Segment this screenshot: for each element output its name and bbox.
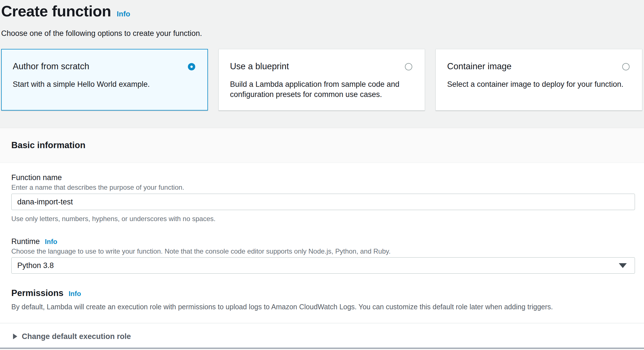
runtime-select[interactable]: Python 3.8	[11, 257, 635, 274]
change-default-execution-role-expander[interactable]: Change default execution role	[0, 323, 644, 348]
card-container-image-header: Container image	[447, 61, 630, 72]
card-container-image-title: Container image	[447, 61, 622, 72]
permissions-description: By default, Lambda will create an execut…	[11, 303, 635, 311]
runtime-label: Runtime	[11, 237, 40, 246]
card-author-from-scratch[interactable]: Author from scratch Start with a simple …	[1, 49, 208, 111]
basic-information-panel: Basic information Function name Enter a …	[0, 128, 644, 349]
expand-right-icon	[13, 334, 17, 339]
caret-down-icon	[619, 263, 627, 268]
runtime-help: Choose the language to use to write your…	[11, 247, 635, 255]
page-title-row: Create function Info	[1, 2, 642, 20]
runtime-label-row: Runtime Info	[11, 237, 635, 246]
card-use-a-blueprint[interactable]: Use a blueprint Build a Lambda applicati…	[218, 49, 425, 111]
permissions-heading-row: Permissions Info	[11, 288, 635, 298]
function-name-label: Function name	[11, 173, 635, 182]
function-name-constraint: Use only letters, numbers, hyphens, or u…	[11, 215, 635, 223]
use-a-blueprint-radio[interactable]	[405, 63, 412, 70]
card-author-from-scratch-description: Start with a simple Hello World example.	[13, 79, 195, 89]
card-container-image[interactable]: Container image Select a container image…	[435, 49, 642, 111]
card-container-image-description: Select a container image to deploy for y…	[447, 79, 630, 89]
create-function-page: Create function Info Choose one of the f…	[0, 0, 644, 111]
bottom-divider	[0, 348, 644, 349]
page-title: Create function	[1, 2, 111, 20]
change-default-execution-role-label: Change default execution role	[22, 332, 131, 341]
function-name-input[interactable]	[11, 194, 635, 210]
container-image-radio[interactable]	[622, 63, 630, 70]
card-use-a-blueprint-description: Build a Lambda application from sample c…	[230, 79, 413, 100]
basic-information-body: Function name Enter a name that describe…	[0, 173, 644, 311]
page-subtitle: Choose one of the following options to c…	[1, 29, 642, 38]
create-function-info-link[interactable]: Info	[117, 10, 130, 18]
permissions-heading: Permissions	[11, 288, 63, 298]
function-name-help: Enter a name that describes the purpose …	[11, 183, 635, 191]
card-author-from-scratch-header: Author from scratch	[13, 61, 195, 72]
card-use-a-blueprint-title: Use a blueprint	[230, 61, 405, 72]
basic-information-header: Basic information	[0, 128, 644, 163]
card-author-from-scratch-title: Author from scratch	[13, 61, 188, 72]
creation-option-cards: Author from scratch Start with a simple …	[1, 49, 642, 111]
author-from-scratch-radio[interactable]	[188, 63, 195, 70]
permissions-info-link[interactable]: Info	[68, 290, 81, 298]
card-use-a-blueprint-header: Use a blueprint	[230, 61, 413, 72]
basic-information-heading: Basic information	[11, 140, 633, 150]
runtime-info-link[interactable]: Info	[45, 238, 57, 246]
runtime-selected-option: Python 3.8	[17, 261, 54, 270]
